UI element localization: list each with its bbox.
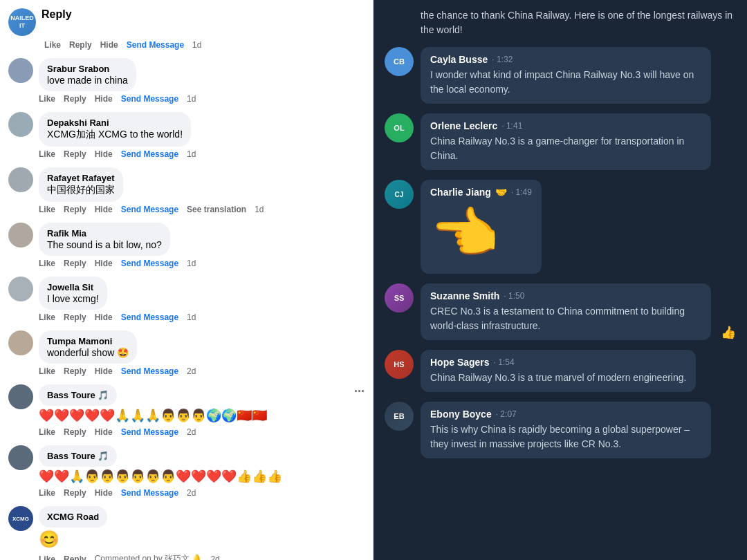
avatar-orlene: OL [385,113,414,142]
badge-charlie: 🤝 [495,187,507,198]
avatar-depakshi [8,112,33,137]
intro-text-container: the chance to thank China Railway. Here … [385,8,736,37]
text-srabur: love made in china [47,75,128,86]
text-xcmg: 😊 [39,528,365,550]
time-cayla: · 1:32 [492,55,513,64]
action-reply[interactable]: Reply [69,40,92,50]
left-comment-panel: NAILED IT Reply Like Reply Hide Send Mes… [0,0,374,560]
comment-jowella: Jowella Sit I love xcmg! [0,272,373,311]
avatar-suzanne: SS [385,283,414,312]
bubble-depakshi: Depakshi Rani XCMG加油 XCMG to the world! [39,112,191,147]
actions-bass2: Like Reply Hide Send Message 2d [30,487,373,502]
time-hope: · 1:54 [494,357,515,367]
name-rafayet: Rafayet Rafayet [47,173,115,183]
text-bass1: ❤️❤️❤️❤️❤️🙏🙏🙏👨👨👨🌍🌍🇨🇳🇨🇳 [39,407,349,424]
text-rafayet: 中国很好的国家 [47,184,115,196]
reply-label: Reply [42,8,72,20]
avatar-jowella [8,277,33,301]
message-ebony: EB Ebony Boyce · 2:07 This is why China … [385,402,736,458]
more-options-icon[interactable]: ··· [354,384,365,399]
text-suzanne: CREC No.3 is a testament to China commit… [430,304,701,333]
bubble-orlene: Orlene Leclerc · 1:41 China Railway No.3… [421,113,711,170]
message-charlie: CJ Charlie Jiang 🤝 · 1:49 👈 [385,180,736,274]
name-orlene: Orlene Leclerc [430,120,497,131]
bubble-charlie: Charlie Jiang 🤝 · 1:49 👈 [421,180,542,274]
bubble-xcmg: XCMG Road [39,506,107,528]
comment-bass1: Bass Toure 🎵 ❤️❤️❤️❤️❤️🙏🙏🙏👨👨👨🌍🌍🇨🇳🇨🇳 ··· [0,380,373,426]
avatar-xcmg: XCMG [8,506,33,531]
message-hope: HS Hope Sagers · 1:54 China Railway No.3… [385,350,736,392]
time-suzanne: · 1:50 [504,291,524,301]
name-cayla: Cayla Busse [430,54,488,65]
action-hide[interactable]: Hide [100,40,118,50]
text-bass2: ❤️❤️🙏👨👨👨👨👨👨❤️❤️❤️❤️👍👍👍 [39,467,365,485]
name-xcmg: XCMG Road [47,512,99,522]
bubble-srabur: Srabur Srabon love made in china [39,58,136,91]
name-srabur: Srabur Srabon [47,64,128,74]
bubble-hope: Hope Sagers · 1:54 China Railway No.3 is… [421,350,696,392]
text-orlene: China Railway No.3 is a game-changer for… [430,134,701,163]
name-suzanne: Suzanne Smith [430,290,499,301]
actions-tumpa: Like Reply Hide Send Message 2d [30,365,373,380]
action-like[interactable]: Like [44,40,61,50]
nailed-it-avatar: NAILED IT [8,8,36,36]
action-send-message[interactable]: Send Message [127,40,184,50]
comment-rafik: Rafik Mia The sound is a bit low, no? [0,218,373,257]
intro-text: the chance to thank China Railway. Here … [421,8,736,37]
actions-rafayet: Like Reply Hide Send Message See transla… [30,203,373,218]
avatar-hope: HS [385,350,414,379]
text-cayla: I wonder what kind of impact China Railw… [430,68,701,97]
bubble-cayla: Cayla Busse · 1:32 I wonder what kind of… [421,47,711,104]
actions-jowella: Like Reply Hide Send Message 1d [30,311,373,326]
avatar-rafayet [8,167,33,192]
comment-bass2: Bass Toure 🎵 ❤️❤️🙏👨👨👨👨👨👨❤️❤️❤️❤️👍👍👍 [0,441,373,487]
message-orlene: OL Orlene Leclerc · 1:41 China Railway N… [385,113,736,170]
message-cayla: CB Cayla Busse · 1:32 I wonder what kind… [385,47,736,104]
name-bass2: Bass Toure 🎵 [47,451,109,461]
bubble-bass1: Bass Toure 🎵 [39,384,117,406]
avatar-tumpa [8,330,33,355]
avatar-bass1 [8,384,33,409]
comment-srabur: Srabur Srabon love made in china [0,54,373,93]
time-orlene: · 1:41 [501,121,522,131]
emoji-charlie: 👈 [430,200,532,267]
text-tumpa: wonderful show 🤩 [47,347,129,358]
bubble-ebony: Ebony Boyce · 2:07 This is why China is … [421,402,711,458]
avatar-srabur [8,58,33,83]
actions-bass1: Like Reply Hide Send Message 2d [30,426,373,441]
actions-srabur: Like Reply Hide Send Message 1d [30,93,373,108]
avatar-ebony: EB [385,402,414,431]
bubble-rafik: Rafik Mia The sound is a bit low, no? [39,223,170,256]
comment-xcmg: XCMG XCMG Road 😊 [0,502,373,552]
text-rafik: The sound is a bit low, no? [47,239,162,250]
text-hope: China Railway No.3 is a true marvel of m… [430,371,686,385]
avatar-bass2 [8,445,33,470]
text-depakshi: XCMG加油 XCMG to the world! [47,129,183,141]
name-hope: Hope Sagers [430,357,490,368]
time-charlie: · 1:49 [511,187,532,197]
comment-depakshi: Depakshi Rani XCMG加油 XCMG to the world! [0,108,373,148]
avatar-rafik [8,223,33,248]
like-icon-suzanne: 👍 [721,325,736,340]
name-tumpa: Tumpa Mamoni [47,336,129,346]
name-charlie: Charlie Jiang [430,187,491,198]
text-ebony: This is why China is rapidly becoming a … [430,422,701,451]
bubble-suzanne: Suzanne Smith · 1:50 CREC No.3 is a test… [421,283,711,340]
avatar-charlie: CJ [385,180,414,209]
name-rafik: Rafik Mia [47,228,162,239]
comment-rafayet: Rafayet Rafayet 中国很好的国家 [0,163,373,203]
time-ebony: · 2:07 [496,409,517,419]
name-ebony: Ebony Boyce [430,409,492,420]
actions-depakshi: Like Reply Hide Send Message 1d [30,148,373,163]
text-jowella: I love xcmg! [47,293,99,304]
name-bass1: Bass Toure 🎵 [47,390,109,400]
time: 1d [192,40,201,50]
bubble-bass2: Bass Toure 🎵 [39,445,117,467]
name-depakshi: Depakshi Rani [47,118,183,128]
bubble-jowella: Jowella Sit I love xcmg! [39,277,107,310]
actions-rafik: Like Reply Hide Send Message 1d [30,257,373,272]
message-suzanne: SS Suzanne Smith · 1:50 CREC No.3 is a t… [385,283,736,340]
actions-xcmg: Like Reply Commented on by 张巧文 🔔 2d [30,552,373,560]
bubble-rafayet: Rafayet Rafayet 中国很好的国家 [39,167,123,202]
avatar-cayla: CB [385,47,414,76]
